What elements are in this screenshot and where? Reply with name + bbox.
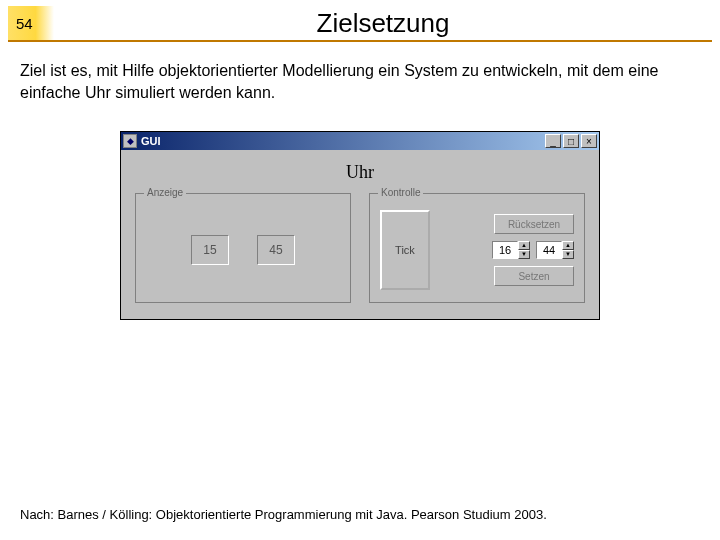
hour-spin-down-icon[interactable]: ▼ bbox=[518, 250, 530, 259]
display-hours: 15 bbox=[191, 235, 229, 265]
slide-header: 54 Zielsetzung bbox=[8, 6, 712, 42]
minute-spinner[interactable]: ▲ ▼ bbox=[536, 241, 574, 259]
kontrolle-group: Kontrolle Tick Rücksetzen ▲ ▼ bbox=[369, 193, 585, 303]
tick-button[interactable]: Tick bbox=[380, 210, 430, 290]
window-title: GUI bbox=[141, 135, 543, 147]
app-icon: ◆ bbox=[123, 134, 137, 148]
body-paragraph: Ziel ist es, mit Hilfe objektorientierte… bbox=[20, 60, 700, 103]
anzeige-group: Anzeige 15 45 bbox=[135, 193, 351, 303]
reset-button[interactable]: Rücksetzen bbox=[494, 214, 574, 234]
titlebar: ◆ GUI _ □ × bbox=[121, 132, 599, 150]
set-button[interactable]: Setzen bbox=[494, 266, 574, 286]
slide-number: 54 bbox=[8, 6, 54, 40]
kontrolle-legend: Kontrolle bbox=[378, 187, 423, 198]
gui-window: ◆ GUI _ □ × Uhr Anzeige 15 45 Kontrolle … bbox=[120, 131, 600, 320]
minute-spin-up-icon[interactable]: ▲ bbox=[562, 241, 574, 250]
minute-spin-input[interactable] bbox=[536, 241, 562, 259]
hour-spinner[interactable]: ▲ ▼ bbox=[492, 241, 530, 259]
slide-title: Zielsetzung bbox=[54, 6, 712, 40]
hour-spin-input[interactable] bbox=[492, 241, 518, 259]
display-minutes: 45 bbox=[257, 235, 295, 265]
maximize-button[interactable]: □ bbox=[563, 134, 579, 148]
minute-spin-down-icon[interactable]: ▼ bbox=[562, 250, 574, 259]
client-area: Uhr Anzeige 15 45 Kontrolle Tick Rückset… bbox=[121, 150, 599, 319]
hour-spin-up-icon[interactable]: ▲ bbox=[518, 241, 530, 250]
main-label: Uhr bbox=[135, 162, 585, 183]
anzeige-legend: Anzeige bbox=[144, 187, 186, 198]
footer-citation: Nach: Barnes / Kölling: Objektorientiert… bbox=[20, 507, 700, 522]
close-button[interactable]: × bbox=[581, 134, 597, 148]
minimize-button[interactable]: _ bbox=[545, 134, 561, 148]
embedded-screenshot: ◆ GUI _ □ × Uhr Anzeige 15 45 Kontrolle … bbox=[120, 131, 600, 320]
